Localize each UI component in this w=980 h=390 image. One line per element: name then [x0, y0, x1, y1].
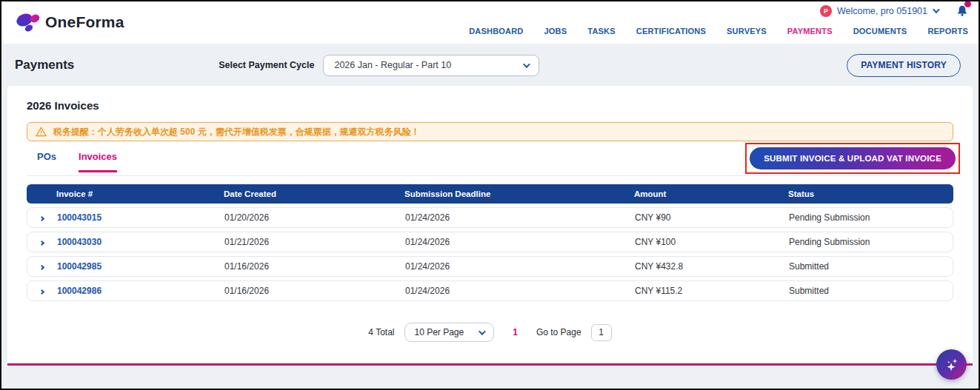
date-created-cell: 01/21/2026	[224, 237, 405, 247]
date-created-cell: 01/16/2026	[224, 286, 405, 296]
oneforma-swirl-icon	[15, 11, 40, 33]
tab-invoices[interactable]: Invoices	[79, 151, 117, 172]
col-date-created: Date Created	[224, 189, 404, 198]
table-row: 100043015 01/20/2026 01/24/2026 CNY ¥90 …	[27, 207, 953, 228]
nav-dashboard[interactable]: DASHBOARD	[469, 27, 523, 36]
notification-badge	[964, 1, 971, 7]
payment-cycle-select[interactable]: 2026 Jan - Regular - Part 10	[323, 55, 539, 76]
per-page-value: 10 Per Page	[415, 327, 464, 337]
total-count: 4 Total	[368, 327, 394, 337]
chevron-down-icon	[523, 61, 530, 68]
invoice-number-link[interactable]: 100043015	[57, 212, 224, 223]
deadline-cell: 01/24/2026	[405, 237, 635, 247]
chevron-down-icon	[479, 328, 486, 335]
welcome-text[interactable]: Welcome, pro 051901	[837, 6, 927, 16]
table-row: 100042986 01/16/2026 01/24/2026 CNY ¥115…	[27, 280, 953, 301]
main-nav: DASHBOARD JOBS TASKS CERTIFICATIONS SURV…	[469, 27, 968, 36]
ai-assistant-button[interactable]	[936, 349, 967, 380]
status-cell: Submitted	[789, 286, 953, 296]
tax-warning-banner: 税务提醒：个人劳务收入单次超 500 元，需代开增值税发票，合规票据，规避双方税…	[27, 122, 953, 141]
nav-tasks[interactable]: TASKS	[587, 27, 615, 36]
warning-triangle-icon	[36, 127, 47, 137]
status-cell: Pending Submission	[789, 212, 953, 223]
invoice-number-link[interactable]: 100042985	[57, 261, 224, 272]
brand-name: OneForma	[45, 13, 124, 31]
row-expand-icon[interactable]	[39, 289, 44, 295]
nav-reports[interactable]: REPORTS	[927, 27, 968, 36]
col-deadline: Submission Deadline	[404, 189, 634, 198]
page-toolbar: Payments Select Payment Cycle 2026 Jan -…	[1, 44, 979, 86]
current-page[interactable]: 1	[513, 327, 518, 337]
date-created-cell: 01/16/2026	[224, 261, 405, 272]
payment-cycle-group: Select Payment Cycle 2026 Jan - Regular …	[219, 55, 539, 76]
amount-cell: CNY ¥432.8	[635, 261, 789, 272]
per-page-select[interactable]: 10 Per Page	[404, 323, 495, 342]
col-amount: Amount	[634, 189, 788, 198]
deadline-cell: 01/24/2026	[405, 286, 635, 296]
nav-payments[interactable]: PAYMENTS	[787, 27, 833, 36]
page-title: Payments	[15, 58, 74, 73]
tax-warning-text: 税务提醒：个人劳务收入单次超 500 元，需代开增值税发票，合规票据，规避双方税…	[53, 126, 420, 138]
table-row: 100043030 01/21/2026 01/24/2026 CNY ¥100…	[27, 232, 953, 252]
row-expand-icon[interactable]	[39, 265, 44, 270]
row-expand-icon[interactable]	[39, 216, 44, 221]
section-title: 2026 Invoices	[27, 86, 953, 112]
invoices-card: 2026 Invoices 税务提醒：个人劳务收入单次超 500 元，需代开增值…	[7, 86, 973, 366]
pagination: 4 Total 10 Per Page 1 Go to Page	[27, 323, 953, 342]
amount-cell: CNY ¥100	[635, 237, 789, 247]
invoice-number-link[interactable]: 100043030	[57, 237, 224, 247]
sparkles-icon	[944, 357, 960, 373]
nav-documents[interactable]: DOCUMENTS	[853, 27, 907, 36]
nav-jobs[interactable]: JOBS	[544, 27, 567, 36]
deadline-cell: 01/24/2026	[405, 261, 635, 272]
goto-page-input[interactable]	[591, 324, 612, 341]
chevron-down-icon[interactable]	[933, 6, 940, 13]
status-cell: Pending Submission	[789, 237, 953, 247]
status-cell: Submitted	[789, 261, 953, 272]
nav-certifications[interactable]: CERTIFICATIONS	[636, 27, 706, 36]
bell-icon[interactable]	[956, 4, 968, 17]
date-created-cell: 01/20/2026	[224, 212, 405, 223]
page: { "header": { "brand": "OneForma", "avat…	[0, 0, 980, 390]
nav-surveys[interactable]: SURVEYS	[727, 27, 767, 36]
invoice-number-link[interactable]: 100042986	[57, 286, 224, 296]
table-row: 100042985 01/16/2026 01/24/2026 CNY ¥432…	[27, 256, 953, 277]
payment-cycle-label: Select Payment Cycle	[219, 60, 314, 70]
goto-page-label: Go to Page	[536, 327, 581, 337]
submit-invoice-button[interactable]: SUBMIT INVOICE & UPLOAD VAT INVOICE	[750, 147, 956, 169]
tab-pos[interactable]: POs	[37, 151, 56, 172]
avatar[interactable]: P	[820, 5, 832, 17]
brand-logo[interactable]: OneForma	[15, 11, 124, 33]
col-invoice: Invoice #	[56, 189, 224, 198]
deadline-cell: 01/24/2026	[405, 212, 635, 223]
amount-cell: CNY ¥115.2	[635, 286, 789, 296]
annotation-highlight-box: SUBMIT INVOICE & UPLOAD VAT INVOICE	[745, 143, 960, 174]
table-header: Invoice # Date Created Submission Deadli…	[27, 184, 953, 204]
payment-history-button[interactable]: PAYMENT HISTORY	[847, 54, 961, 77]
col-status: Status	[788, 189, 953, 198]
amount-cell: CNY ¥90	[635, 212, 789, 223]
app-header: OneForma P Welcome, pro 051901 DASHBOARD…	[1, 1, 979, 44]
tabs-row: POs Invoices SUBMIT INVOICE & UPLOAD VAT…	[27, 151, 953, 176]
payment-cycle-value: 2026 Jan - Regular - Part 10	[334, 60, 451, 70]
row-expand-icon[interactable]	[39, 241, 44, 246]
